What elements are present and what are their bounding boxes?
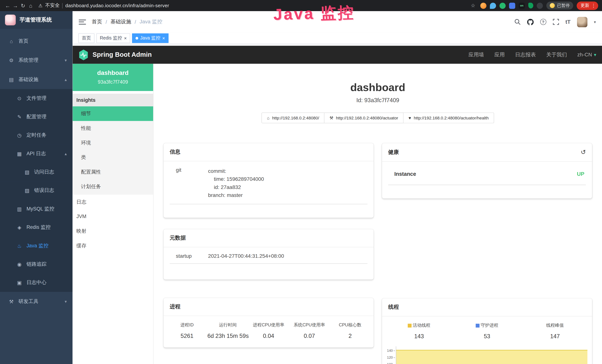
app-logo-area[interactable]: 芋道管理系统 bbox=[0, 11, 73, 29]
search-icon[interactable] bbox=[514, 19, 520, 25]
sba-item-details[interactable]: 细节 bbox=[73, 107, 153, 121]
tab-redis-monitor[interactable]: Redis 监控 × bbox=[97, 33, 130, 43]
help-icon[interactable]: ? bbox=[540, 19, 546, 25]
browser-menu-icon[interactable]: ⋮ bbox=[591, 3, 596, 8]
log-center-icon: ▣ bbox=[17, 280, 22, 286]
process-col-pid: 进程ID 5261 bbox=[167, 322, 207, 339]
history-icon[interactable]: ↺ bbox=[581, 149, 586, 156]
security-warning-icon[interactable]: ⚠ bbox=[38, 3, 43, 8]
github-icon[interactable] bbox=[527, 19, 534, 25]
threads-card: 线程 活动线程 143 bbox=[382, 298, 592, 364]
sba-item-classes[interactable]: 类 bbox=[73, 150, 153, 165]
sidebar-item-dev-tools[interactable]: ⚒ 研发工具 ▾ bbox=[0, 292, 73, 311]
git-id-line: id: 27aa832 bbox=[208, 183, 264, 191]
nav-applications[interactable]: 应用 bbox=[494, 51, 505, 58]
sidebar-item-access-logs[interactable]: ▧ 访问日志 bbox=[0, 163, 73, 181]
close-icon[interactable]: × bbox=[162, 36, 165, 41]
nav-about[interactable]: 关于我们 bbox=[546, 51, 567, 58]
chevron-down-icon[interactable]: ▾ bbox=[594, 20, 596, 24]
chart-plot-area bbox=[396, 346, 587, 364]
paused-label: 已暂停 bbox=[557, 3, 570, 8]
status-badge: UP bbox=[577, 171, 586, 177]
instance-header[interactable]: dashboard 93a3fc7f7409 bbox=[73, 64, 153, 91]
sidebar-item-file-management[interactable]: ⊙ 文件管理 bbox=[0, 89, 73, 107]
sba-item-caches[interactable]: 缓存 bbox=[73, 238, 153, 253]
sidebar-item-error-logs[interactable]: ▨ 错误日志 bbox=[0, 181, 73, 200]
sidebar-item-label: 系统管理 bbox=[18, 57, 38, 64]
sidebar-item-label: 首页 bbox=[18, 38, 28, 44]
service-url-button[interactable]: ⌂ http://192.168.0.2:48080/ bbox=[262, 113, 325, 123]
tab-label: Java 监控 bbox=[140, 35, 160, 41]
sba-item-environment[interactable]: 环境 bbox=[73, 136, 153, 150]
extension-icon-blue-grid[interactable] bbox=[509, 2, 515, 9]
main-area: 首页 / 基础设施 / Java 监控 ? tT ▾ 首页 Redi bbox=[73, 11, 602, 364]
health-url-button[interactable]: ♥ http://192.168.0.2:48080/actuator/heal… bbox=[404, 113, 494, 123]
sidebar-item-config-management[interactable]: ✎ 配置管理 bbox=[0, 107, 73, 126]
close-icon[interactable]: × bbox=[124, 36, 127, 41]
sba-item-jvm[interactable]: JVM bbox=[73, 209, 153, 224]
process-col-proc-cpu: 进程CPU使用率 0.04 bbox=[248, 322, 289, 339]
sidebar-item-label: 访问日志 bbox=[34, 169, 54, 175]
breadcrumb-infrastructure[interactable]: 基础设施 bbox=[110, 18, 131, 25]
sba-item-mappings[interactable]: 映射 bbox=[73, 224, 153, 238]
breadcrumb: 首页 / 基础设施 / Java 监控 bbox=[92, 18, 162, 25]
extension-icon-on-badge[interactable]: on bbox=[519, 2, 525, 9]
extension-icon-green-circle[interactable] bbox=[499, 2, 505, 9]
url-text[interactable]: dashboard.yudao.iocoder.cn/infra/admin-s… bbox=[65, 3, 169, 8]
forward-icon[interactable]: → bbox=[11, 2, 19, 9]
sidebar-item-java-monitor[interactable]: ♨ Java 监控 bbox=[0, 237, 73, 255]
sba-brand[interactable]: Spring Boot Admin bbox=[78, 49, 152, 60]
sidebar-item-scheduled-tasks[interactable]: ◷ 定时任务 bbox=[0, 126, 73, 144]
font-size-icon[interactable]: tT bbox=[566, 19, 570, 25]
browser-home-icon[interactable]: ⌂ bbox=[27, 2, 34, 9]
legend-swatch-yellow bbox=[408, 324, 412, 327]
eye-icon: ◉ bbox=[17, 261, 22, 267]
sba-item-metrics[interactable]: 性能 bbox=[73, 121, 153, 136]
process-card: 进程 进程ID 5261 运行时间 6d 23h 15m 59s bbox=[163, 298, 374, 347]
sidebar-item-log-center[interactable]: ▣ 日志中心 bbox=[0, 273, 73, 292]
extension-icon-blue-drop[interactable] bbox=[490, 2, 496, 9]
sba-item-config-props[interactable]: 配置属性 bbox=[73, 165, 153, 179]
info-card-title: 信息 bbox=[163, 143, 374, 161]
actuator-url-label: http://192.168.0.2:48080/actuator bbox=[336, 116, 398, 120]
sidebar-item-infrastructure[interactable]: ▤ 基础设施 ▴ bbox=[0, 70, 73, 89]
sidebar-item-mysql-monitor[interactable]: ▥ MySQL 监控 bbox=[0, 200, 73, 218]
tab-home[interactable]: 首页 bbox=[78, 33, 94, 43]
metadata-row-startup: startup 2021-04-27T00:44:31.254+08:00 bbox=[170, 247, 367, 264]
sba-item-scheduled-tasks[interactable]: 计划任务 bbox=[73, 179, 153, 194]
sidebar-item-system-management[interactable]: ⚙ 系统管理 ▾ bbox=[0, 51, 73, 70]
actuator-url-button[interactable]: ⚒ http://192.168.0.2:48080/actuator bbox=[324, 113, 403, 123]
tab-label: 首页 bbox=[82, 35, 91, 41]
reload-icon[interactable]: ↻ bbox=[19, 2, 27, 9]
nav-journal[interactable]: 日志报表 bbox=[515, 51, 536, 58]
bookmark-star-icon[interactable]: ☆ bbox=[469, 3, 477, 8]
paused-badge[interactable]: 已暂停 bbox=[546, 1, 573, 10]
tab-java-monitor[interactable]: Java 监控 × bbox=[132, 33, 168, 43]
update-button[interactable]: 更新 ⋮ bbox=[577, 1, 598, 10]
nav-wallboard[interactable]: 应用墙 bbox=[469, 51, 484, 58]
file-icon: ⊙ bbox=[17, 96, 22, 101]
sidebar-item-label: 定时任务 bbox=[27, 132, 46, 139]
back-icon[interactable]: ← bbox=[4, 2, 11, 9]
chevron-down-icon: ▾ bbox=[65, 58, 67, 63]
sba-sidebar: dashboard 93a3fc7f7409 Insights 细节 性能 环境… bbox=[73, 64, 153, 364]
address-bar[interactable]: ⚠ 不安全 dashboard.yudao.iocoder.cn/infra/a… bbox=[38, 2, 169, 9]
fullscreen-icon[interactable] bbox=[553, 19, 559, 25]
gear-icon: ⚙ bbox=[9, 57, 14, 63]
sidebar-item-home[interactable]: ⌂ 首页 bbox=[0, 32, 73, 51]
extension-icon-orange[interactable] bbox=[480, 2, 486, 9]
locale-selector[interactable]: zh-CN ▾ bbox=[577, 52, 596, 58]
sba-item-logs[interactable]: 日志 bbox=[73, 195, 153, 209]
sidebar-item-api-logs[interactable]: ▦ API 日志 ▴ bbox=[0, 144, 73, 163]
extension-icon-paw[interactable] bbox=[537, 2, 543, 9]
sidebar-item-label: Java 监控 bbox=[27, 242, 48, 249]
breadcrumb-home[interactable]: 首页 bbox=[92, 18, 102, 25]
column-value: 5261 bbox=[167, 332, 207, 339]
hamburger-icon[interactable] bbox=[79, 20, 86, 24]
extension-icon-green-leaf[interactable] bbox=[528, 3, 533, 8]
sidebar-item-redis-monitor[interactable]: ◈ Redis 监控 bbox=[0, 218, 73, 236]
update-label: 更新 bbox=[580, 3, 589, 8]
sidebar-item-tracing[interactable]: ◉ 链路追踪 bbox=[0, 255, 73, 273]
user-avatar[interactable] bbox=[577, 17, 587, 27]
locale-label: zh-CN bbox=[577, 52, 592, 58]
